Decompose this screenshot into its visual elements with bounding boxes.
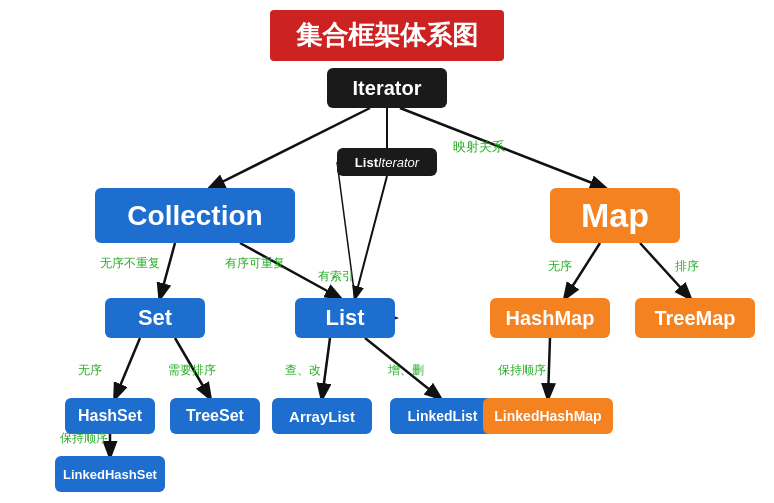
label-xuyaipaixu-treeset: 需要排序 <box>168 362 216 379</box>
node-list: List <box>295 298 395 338</box>
node-arraylist: ArrayList <box>272 398 372 434</box>
title-box: 集合框架体系图 <box>270 10 504 61</box>
label-yousuoyin: 有索引 <box>318 268 354 285</box>
node-iterator: Iterator <box>327 68 447 108</box>
diagram-container: 集合框架体系图 Iterator ListIterator 映射关系 Colle… <box>0 0 774 503</box>
node-treeset: TreeSet <box>170 398 260 434</box>
svg-line-4 <box>160 243 175 298</box>
node-set: Set <box>105 298 205 338</box>
label-baochishunxu-linkedhashset: 保持顺序 <box>60 430 108 447</box>
node-collection: Collection <box>95 188 295 243</box>
label-baochishunxu-linkedhashmap: 保持顺序 <box>498 362 546 379</box>
svg-line-8 <box>115 338 140 398</box>
label-paixu-treemap: 排序 <box>675 258 699 275</box>
node-linkedhashset: LinkedHashSet <box>55 456 165 492</box>
node-hashset: HashSet <box>65 398 155 434</box>
label-wuxu-hashmap: 无序 <box>548 258 572 275</box>
label-yingshe: 映射关系 <box>453 138 505 156</box>
label-youxukechong: 有序可重复 <box>225 255 285 272</box>
node-linkedhashmap: LinkedHashMap <box>483 398 613 434</box>
label-zhi-gai: 查、改 <box>285 362 321 379</box>
label-wuxubuchong: 无序不重复 <box>100 255 160 272</box>
title-text: 集合框架体系图 <box>296 20 478 50</box>
svg-line-12 <box>548 338 550 398</box>
node-linkedlist: LinkedList <box>390 398 495 434</box>
node-hashmap: HashMap <box>490 298 610 338</box>
svg-line-3 <box>355 176 387 298</box>
label-zeng-shan: 增、删 <box>388 362 424 379</box>
label-wuxu-hashset: 无序 <box>78 362 102 379</box>
node-treemap: TreeMap <box>635 298 755 338</box>
svg-line-10 <box>322 338 330 398</box>
node-listiterator: ListIterator <box>337 148 437 176</box>
node-map: Map <box>550 188 680 243</box>
